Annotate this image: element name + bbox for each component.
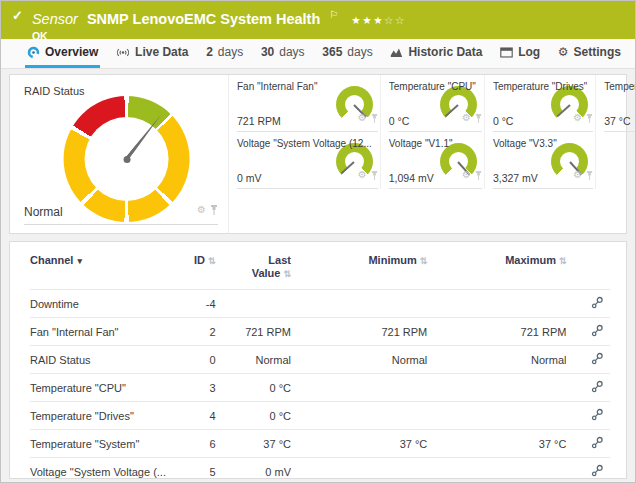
channel-settings-icon[interactable] — [566, 402, 610, 430]
gauge-settings-gear-icon[interactable]: ⚙ — [358, 113, 367, 123]
minimum-cell: 37 °C — [291, 430, 427, 458]
maximum-cell — [427, 458, 566, 480]
mini-gauge-value: 3,327 mV — [493, 172, 538, 184]
raid-gauge-value: Normal — [24, 205, 63, 219]
id-cell: -4 — [175, 290, 216, 318]
channel: Temperature "System" — [30, 430, 175, 458]
column-header-channel[interactable]: Channel▾ — [30, 242, 175, 290]
mini-gauge-title: Voltage "V3.3" — [493, 138, 587, 149]
tab-label: Live Data — [135, 45, 188, 59]
mini-gauge-value: 0 mV — [237, 172, 262, 184]
tab-2-days[interactable]: 2 days — [204, 39, 245, 68]
gauge-settings-gear-icon[interactable]: ⚙ — [197, 205, 206, 215]
gauge-pin-icon[interactable] — [586, 109, 593, 127]
gauge-settings-gear-icon[interactable]: ⚙ — [573, 113, 582, 123]
gauge-pin-icon[interactable] — [475, 109, 482, 127]
sort-icon: ⇅ — [208, 256, 216, 266]
channel: Temperature "CPU" — [30, 374, 175, 402]
gauge-pin-icon[interactable] — [371, 166, 378, 184]
gauge-settings-gear-icon[interactable]: ⚙ — [358, 170, 367, 180]
maximum-cell: Normal — [427, 346, 566, 374]
column-header-minimum[interactable]: Minimum⇅ — [291, 242, 427, 290]
channel-settings-icon[interactable] — [566, 458, 610, 480]
raid-status-gauge-tile[interactable]: RAID Status Normal ⚙ — [10, 75, 229, 233]
last-value-cell: 0 mV — [216, 458, 291, 480]
channel-settings-icon[interactable] — [566, 346, 610, 374]
mini-gauge-title: Temperature "CPU" — [389, 81, 476, 92]
table-row[interactable]: RAID Status0NormalNormalNormal — [30, 346, 610, 374]
channel-settings-icon[interactable] — [566, 374, 610, 402]
channel-settings-icon[interactable] — [566, 318, 610, 346]
last-value-cell: Normal — [216, 346, 291, 374]
column-header-last-value[interactable]: Last Value⇅ — [216, 242, 291, 290]
tab-historic-data[interactable]: Historic Data — [388, 39, 484, 68]
mini-gauge-value: 1,094 mV — [389, 172, 434, 184]
minimum-cell — [291, 402, 427, 430]
mini-gauge-title: Voltage "V1.1" — [389, 138, 476, 149]
channel: Fan "Internal Fan" — [30, 318, 175, 346]
raid-gauge-hub — [123, 156, 130, 163]
tab-label: days — [347, 45, 372, 59]
log-icon — [500, 47, 513, 58]
table-row[interactable]: Voltage "System Voltage (...50 mV — [30, 458, 610, 480]
tab-live-data[interactable]: Live Data — [114, 39, 190, 68]
channels-table-body: Downtime-4Fan "Internal Fan"2721 RPM721 … — [30, 290, 610, 480]
mini-gauge-tile[interactable]: Temperature "System" 37 °C ⚙ — [595, 75, 636, 132]
mini-gauge-title: Fan "Internal Fan" — [237, 81, 372, 92]
channel: Downtime — [30, 290, 175, 318]
table-row[interactable]: Temperature "CPU"30 °C — [30, 374, 610, 402]
mini-gauge-tile[interactable]: Fan "Internal Fan" 721 RPM ⚙ — [229, 75, 380, 132]
gauge-settings-gear-icon[interactable]: ⚙ — [462, 170, 471, 180]
tab-30-days[interactable]: 30 days — [259, 39, 307, 68]
channel: RAID Status — [30, 346, 175, 374]
channel-settings-icon[interactable] — [566, 430, 610, 458]
last-value-cell: 721 RPM — [216, 318, 291, 346]
table-row[interactable]: Downtime-4 — [30, 290, 610, 318]
tab-label: Settings — [574, 45, 621, 59]
mini-gauge-tile[interactable]: Temperature "Drives" 0 °C ⚙ — [484, 75, 595, 132]
table-row[interactable]: Temperature "Drives"40 °C — [30, 402, 610, 430]
last-value-cell: 0 °C — [216, 374, 291, 402]
sort-icon: ⇅ — [420, 256, 428, 266]
table-row[interactable]: Temperature "System"637 °C37 °C37 °C — [30, 430, 610, 458]
gauges-panel: RAID Status Normal ⚙ Fan "Internal Fan" — [9, 74, 627, 234]
mini-gauge-tile[interactable]: Voltage "System Voltage (12... 0 mV ⚙ — [229, 132, 380, 189]
gauge-pin-icon[interactable] — [475, 166, 482, 184]
maximum-cell: 37 °C — [427, 430, 566, 458]
priority-stars[interactable]: ★★★☆☆ — [351, 14, 406, 26]
gauge-pin-icon[interactable] — [371, 109, 378, 127]
maximum-cell — [427, 290, 566, 318]
tab-label: days — [218, 45, 243, 59]
last-value-cell: 37 °C — [216, 430, 291, 458]
gauge-settings-gear-icon[interactable]: ⚙ — [462, 113, 471, 123]
page-title: SNMP LenovoEMC System Health — [87, 11, 320, 27]
column-header-id[interactable]: ID⇅ — [175, 242, 216, 290]
tab-settings[interactable]: ⚙ Settings — [556, 39, 623, 68]
mini-gauge-title: Voltage "System Voltage (12... — [237, 138, 372, 149]
channel-settings-icon[interactable] — [566, 290, 610, 318]
sort-icon: ⇅ — [559, 256, 567, 266]
tab-label: Log — [518, 45, 540, 59]
mini-gauge-tile[interactable]: Temperature "CPU" 0 °C ⚙ — [380, 75, 484, 132]
flag-icon[interactable]: ⚐ — [329, 9, 338, 20]
gauge-settings-gear-icon[interactable]: ⚙ — [573, 170, 582, 180]
id-cell: 3 — [175, 374, 216, 402]
mini-gauge-grid: Fan "Internal Fan" 721 RPM ⚙ Temperature… — [229, 75, 636, 233]
table-row[interactable]: Fan "Internal Fan"2721 RPM721 RPM721 RPM — [30, 318, 610, 346]
channel: Voltage "System Voltage (... — [30, 458, 175, 480]
settings-gear-icon: ⚙ — [558, 46, 569, 58]
gauge-pin-icon[interactable] — [210, 201, 218, 219]
tab-overview[interactable]: Overview — [25, 39, 100, 68]
overview-icon — [27, 46, 40, 59]
tab-log[interactable]: Log — [498, 39, 542, 68]
channels-table-panel: Channel▾ ID⇅ Last Value⇅ Minimum⇅ Maximu… — [9, 241, 627, 479]
minimum-cell: 721 RPM — [291, 318, 427, 346]
mini-gauge-value: 37 °C — [604, 115, 630, 127]
column-header-maximum[interactable]: Maximum⇅ — [427, 242, 566, 290]
sensor-overview-page: ✓ Sensor SNMP LenovoEMC System Health ⚐ … — [0, 0, 636, 483]
mini-gauge-tile[interactable]: Voltage "V1.1" 1,094 mV ⚙ — [380, 132, 484, 189]
tab-365-days[interactable]: 365 days — [320, 39, 374, 68]
sensor-kind-label: Sensor — [32, 11, 78, 27]
mini-gauge-tile[interactable]: Voltage "V3.3" 3,327 mV ⚙ — [484, 132, 595, 189]
gauge-pin-icon[interactable] — [586, 166, 593, 184]
